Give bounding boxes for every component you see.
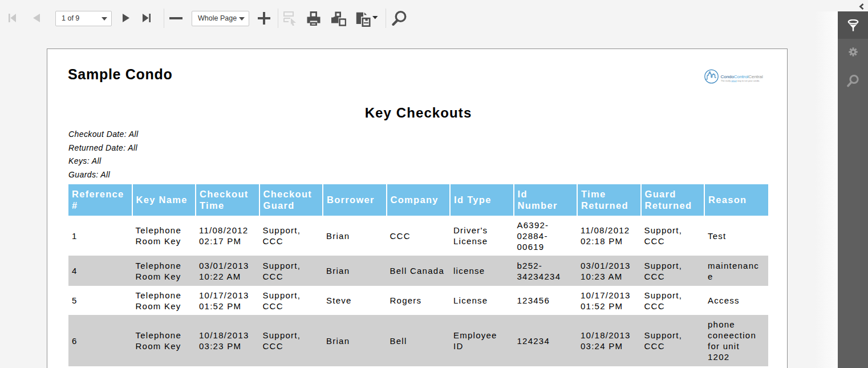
svg-text:CondoControlCentral: CondoControlCentral xyxy=(721,74,763,79)
svg-text:The really smart way to run yo: The really smart way to run your condo. xyxy=(721,79,760,82)
